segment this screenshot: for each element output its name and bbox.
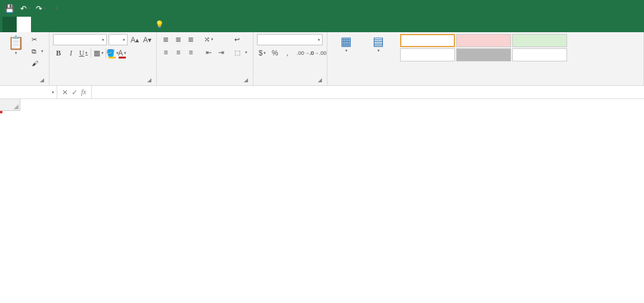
tab-home[interactable] [17,17,31,32]
group-styles [397,32,644,85]
table-icon: ▤ [373,34,384,48]
tab-insert[interactable] [31,17,45,32]
save-icon[interactable]: 💾 [2,2,17,15]
increase-indent-icon[interactable]: ⇥ [216,47,227,58]
italic-button[interactable]: I [66,48,76,58]
fill-color-button[interactable]: 🪣▾ [108,48,116,58]
conditional-formatting-icon: ▦ [340,34,352,48]
group-font: ▾ ▾ A▴ A▾ B I U▾ ▦▾ 🪣▾ A▾ ◢ [49,32,157,85]
group-styles-buttons: ▦▾ ▤▾ [327,32,397,85]
decrease-font-icon[interactable]: A▾ [142,35,153,45]
redo-icon[interactable]: ↷▾ [33,2,48,15]
merge-icon: ⬚ [234,49,240,57]
accounting-format-icon[interactable]: $▾ [257,48,268,58]
quick-access-toolbar: 💾 ↶▾ ↷▾ ▾ [0,2,63,15]
tell-me-search[interactable]: 💡 [145,17,175,32]
dialog-launcher-icon[interactable]: ◢ [316,77,323,84]
tab-page-layout[interactable] [45,17,60,32]
comma-format-icon[interactable]: , [282,48,293,58]
cut-button[interactable]: ✂ [30,34,45,45]
tab-view[interactable] [103,17,117,32]
bold-button[interactable]: B [53,48,64,58]
tab-file[interactable] [2,17,17,32]
wrap-text-icon: ↩ [234,36,240,44]
style-normal[interactable] [400,34,455,47]
name-box[interactable]: ▾ [0,86,57,98]
tab-review[interactable] [88,17,103,32]
dialog-launcher-icon[interactable]: ◢ [38,77,45,84]
enter-formula-icon[interactable]: ✓ [72,88,78,97]
format-as-table-button[interactable]: ▤▾ [363,34,393,84]
ribbon: 📋 ▾ ✂ ⧉▾ 🖌 ◢ ▾ ▾ A▴ A▾ B I U▾ [0,32,644,86]
select-all-corner[interactable] [0,99,20,111]
paintbrush-icon: 🖌 [32,60,38,67]
formula-bar-row: ▾ ✕ ✓ fx [0,86,644,99]
copy-icon: ⧉ [32,48,36,55]
style-good[interactable] [512,34,567,47]
cancel-formula-icon[interactable]: ✕ [62,88,68,97]
group-number: ▾ $▾ % , .00→.0 .0→.00 ◢ [253,32,327,85]
align-right-icon[interactable]: ≡ [185,47,196,58]
number-format-select[interactable]: ▾ [257,34,323,45]
dialog-launcher-icon[interactable]: ◢ [242,77,249,84]
decrease-indent-icon[interactable]: ⇤ [203,47,214,58]
group-alignment: ≣ ≣ ≣ ⤭▾ ≡ ≡ ≡ ⇤ ⇥ ↩ ⬚▾ ◢ [157,32,253,85]
worksheet[interactable] [0,99,644,111]
style-explanatory[interactable] [512,48,567,61]
clipboard-icon: 📋 [8,35,24,51]
copy-button[interactable]: ⧉▾ [30,46,45,57]
style-bad[interactable] [456,34,511,47]
dialog-launcher-icon[interactable]: ◢ [145,77,153,84]
percent-format-icon[interactable]: % [270,48,280,58]
font-color-button[interactable]: A▾ [118,48,126,58]
wrap-text-button[interactable]: ↩ [233,34,249,45]
tab-help[interactable] [131,17,145,32]
style-check-cell[interactable] [456,48,511,61]
scissors-icon: ✂ [32,36,37,44]
chevron-down-icon: ▾ [52,90,54,95]
font-name-select[interactable]: ▾ [53,34,107,45]
increase-font-icon[interactable]: A▴ [129,35,140,45]
decrease-decimal-icon[interactable]: .0→.00 [312,48,323,58]
tab-formulas[interactable] [60,17,74,32]
style-calculation[interactable] [400,48,455,61]
qat-customize-icon[interactable]: ▾ [49,2,63,15]
align-middle-icon[interactable]: ≣ [173,34,184,45]
orientation-icon[interactable]: ⤭▾ [203,34,214,45]
align-center-icon[interactable]: ≡ [173,47,184,58]
format-painter-button[interactable]: 🖌 [30,58,45,69]
align-bottom-icon[interactable]: ≣ [185,34,196,45]
tab-developer[interactable] [117,17,131,32]
fx-icon[interactable]: fx [81,88,86,97]
align-top-icon[interactable]: ≣ [160,34,171,45]
ribbon-tabs: 💡 [0,17,644,32]
formula-bar-input[interactable] [92,86,644,98]
lightbulb-icon: 💡 [155,20,164,29]
merge-center-button[interactable]: ⬚▾ [233,47,249,58]
conditional-formatting-button[interactable]: ▦▾ [331,34,361,84]
underline-button[interactable]: U▾ [78,48,89,58]
group-clipboard: 📋 ▾ ✂ ⧉▾ 🖌 ◢ [0,32,49,85]
cell-styles-gallery[interactable] [400,34,567,84]
borders-button[interactable]: ▦▾ [93,48,104,58]
titlebar: 💾 ↶▾ ↷▾ ▾ [0,0,644,17]
undo-icon[interactable]: ↶▾ [18,2,32,15]
highlight-box [0,111,2,113]
font-size-select[interactable]: ▾ [109,34,128,45]
paste-button[interactable]: 📋 ▾ [4,34,27,84]
align-left-icon[interactable]: ≡ [160,47,171,58]
tab-data[interactable] [74,17,88,32]
